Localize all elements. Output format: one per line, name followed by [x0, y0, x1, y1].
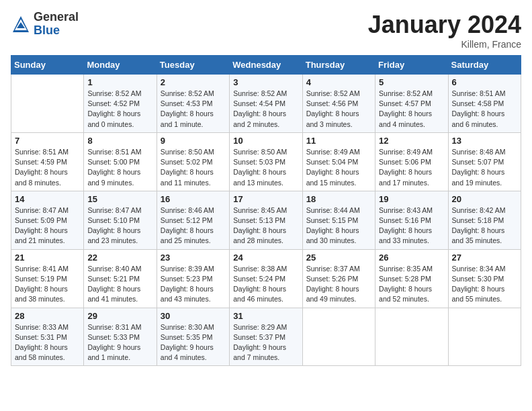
- day-info: Sunrise: 8:42 AM Sunset: 5:18 PM Dayligh…: [452, 205, 517, 246]
- day-cell: [11, 75, 84, 133]
- day-cell: 18Sunrise: 8:44 AM Sunset: 5:15 PM Dayli…: [302, 191, 375, 249]
- day-cell: 12Sunrise: 8:49 AM Sunset: 5:06 PM Dayli…: [375, 132, 448, 191]
- day-number: 6: [452, 77, 517, 87]
- day-number: 8: [87, 136, 152, 146]
- day-cell: 24Sunrise: 8:38 AM Sunset: 5:24 PM Dayli…: [230, 249, 302, 308]
- day-cell: 26Sunrise: 8:35 AM Sunset: 5:28 PM Dayli…: [375, 249, 448, 308]
- day-cell: 28Sunrise: 8:33 AM Sunset: 5:31 PM Dayli…: [11, 308, 84, 366]
- title-block: January 2024 Killem, France: [368, 11, 521, 50]
- day-cell: 5Sunrise: 8:52 AM Sunset: 4:57 PM Daylig…: [375, 75, 448, 133]
- day-info: Sunrise: 8:34 AM Sunset: 5:30 PM Dayligh…: [452, 264, 517, 305]
- page-header: General Blue January 2024 Killem, France: [11, 11, 521, 50]
- day-cell: 30Sunrise: 8:30 AM Sunset: 5:35 PM Dayli…: [157, 308, 229, 366]
- day-cell: 16Sunrise: 8:46 AM Sunset: 5:12 PM Dayli…: [157, 191, 229, 249]
- day-info: Sunrise: 8:30 AM Sunset: 5:35 PM Dayligh…: [161, 322, 226, 363]
- day-info: Sunrise: 8:52 AM Sunset: 4:57 PM Dayligh…: [379, 89, 444, 130]
- day-number: 10: [233, 136, 298, 146]
- day-number: 24: [233, 253, 298, 263]
- calendar-header: SundayMondayTuesdayWednesdayThursdayFrid…: [11, 56, 521, 75]
- day-number: 15: [87, 194, 152, 204]
- day-info: Sunrise: 8:40 AM Sunset: 5:21 PM Dayligh…: [87, 264, 152, 305]
- day-info: Sunrise: 8:45 AM Sunset: 5:13 PM Dayligh…: [233, 205, 298, 246]
- day-number: 7: [15, 136, 80, 146]
- day-info: Sunrise: 8:50 AM Sunset: 5:02 PM Dayligh…: [161, 147, 226, 188]
- day-cell: 14Sunrise: 8:47 AM Sunset: 5:09 PM Dayli…: [11, 191, 84, 249]
- day-info: Sunrise: 8:47 AM Sunset: 5:09 PM Dayligh…: [15, 205, 80, 246]
- day-info: Sunrise: 8:49 AM Sunset: 5:04 PM Dayligh…: [306, 147, 371, 188]
- day-number: 28: [15, 311, 80, 321]
- day-cell: 25Sunrise: 8:37 AM Sunset: 5:26 PM Dayli…: [302, 249, 375, 308]
- day-cell: 27Sunrise: 8:34 AM Sunset: 5:30 PM Dayli…: [448, 249, 521, 308]
- day-number: 9: [161, 136, 226, 146]
- day-number: 19: [379, 194, 444, 204]
- day-cell: 8Sunrise: 8:51 AM Sunset: 5:00 PM Daylig…: [84, 132, 157, 191]
- day-number: 27: [452, 253, 517, 263]
- day-cell: 13Sunrise: 8:48 AM Sunset: 5:07 PM Dayli…: [448, 132, 521, 191]
- day-number: 26: [379, 253, 444, 263]
- day-number: 5: [379, 77, 444, 87]
- day-cell: 7Sunrise: 8:51 AM Sunset: 4:59 PM Daylig…: [11, 132, 84, 191]
- day-cell: 6Sunrise: 8:51 AM Sunset: 4:58 PM Daylig…: [448, 75, 521, 133]
- day-info: Sunrise: 8:51 AM Sunset: 4:59 PM Dayligh…: [15, 147, 80, 188]
- day-info: Sunrise: 8:51 AM Sunset: 4:58 PM Dayligh…: [452, 89, 517, 130]
- week-row-2: 7Sunrise: 8:51 AM Sunset: 4:59 PM Daylig…: [11, 132, 521, 191]
- day-info: Sunrise: 8:31 AM Sunset: 5:33 PM Dayligh…: [87, 322, 152, 363]
- day-info: Sunrise: 8:35 AM Sunset: 5:28 PM Dayligh…: [379, 264, 444, 305]
- day-info: Sunrise: 8:47 AM Sunset: 5:10 PM Dayligh…: [87, 205, 152, 246]
- month-title: January 2024: [368, 11, 521, 39]
- day-cell: 20Sunrise: 8:42 AM Sunset: 5:18 PM Dayli…: [448, 191, 521, 249]
- day-info: Sunrise: 8:37 AM Sunset: 5:26 PM Dayligh…: [306, 264, 371, 305]
- day-number: 4: [306, 77, 371, 87]
- day-info: Sunrise: 8:52 AM Sunset: 4:52 PM Dayligh…: [87, 89, 152, 130]
- day-number: 30: [161, 311, 226, 321]
- column-header-tuesday: Tuesday: [157, 56, 229, 75]
- week-row-4: 21Sunrise: 8:41 AM Sunset: 5:19 PM Dayli…: [11, 249, 521, 308]
- day-number: 20: [452, 194, 517, 204]
- day-info: Sunrise: 8:43 AM Sunset: 5:16 PM Dayligh…: [379, 205, 444, 246]
- calendar-table: SundayMondayTuesdayWednesdayThursdayFrid…: [11, 55, 521, 366]
- day-cell: 3Sunrise: 8:52 AM Sunset: 4:54 PM Daylig…: [230, 75, 302, 133]
- day-number: 23: [161, 253, 226, 263]
- day-cell: 29Sunrise: 8:31 AM Sunset: 5:33 PM Dayli…: [84, 308, 157, 366]
- day-cell: 21Sunrise: 8:41 AM Sunset: 5:19 PM Dayli…: [11, 249, 84, 308]
- day-number: 14: [15, 194, 80, 204]
- day-number: 1: [87, 77, 152, 87]
- day-info: Sunrise: 8:52 AM Sunset: 4:54 PM Dayligh…: [233, 89, 298, 130]
- day-info: Sunrise: 8:38 AM Sunset: 5:24 PM Dayligh…: [233, 264, 298, 305]
- day-cell: 10Sunrise: 8:50 AM Sunset: 5:03 PM Dayli…: [230, 132, 302, 191]
- day-number: 3: [233, 77, 298, 87]
- day-number: 22: [87, 253, 152, 263]
- column-header-sunday: Sunday: [11, 56, 84, 75]
- day-number: 25: [306, 253, 371, 263]
- day-info: Sunrise: 8:50 AM Sunset: 5:03 PM Dayligh…: [233, 147, 298, 188]
- day-number: 17: [233, 194, 298, 204]
- column-header-thursday: Thursday: [302, 56, 375, 75]
- day-info: Sunrise: 8:46 AM Sunset: 5:12 PM Dayligh…: [161, 205, 226, 246]
- day-info: Sunrise: 8:44 AM Sunset: 5:15 PM Dayligh…: [306, 205, 371, 246]
- day-cell: 31Sunrise: 8:29 AM Sunset: 5:37 PM Dayli…: [230, 308, 302, 366]
- day-info: Sunrise: 8:52 AM Sunset: 4:56 PM Dayligh…: [306, 89, 371, 130]
- day-number: 18: [306, 194, 371, 204]
- day-cell: 19Sunrise: 8:43 AM Sunset: 5:16 PM Dayli…: [375, 191, 448, 249]
- day-cell: 9Sunrise: 8:50 AM Sunset: 5:02 PM Daylig…: [157, 132, 229, 191]
- day-info: Sunrise: 8:33 AM Sunset: 5:31 PM Dayligh…: [15, 322, 80, 363]
- day-cell: 11Sunrise: 8:49 AM Sunset: 5:04 PM Dayli…: [302, 132, 375, 191]
- week-row-1: 1Sunrise: 8:52 AM Sunset: 4:52 PM Daylig…: [11, 75, 521, 133]
- day-info: Sunrise: 8:52 AM Sunset: 4:53 PM Dayligh…: [161, 89, 226, 130]
- logo-blue: Blue: [34, 24, 79, 38]
- day-info: Sunrise: 8:29 AM Sunset: 5:37 PM Dayligh…: [233, 322, 298, 363]
- logo-general: General: [34, 11, 79, 24]
- column-header-saturday: Saturday: [448, 56, 521, 75]
- header-row: SundayMondayTuesdayWednesdayThursdayFrid…: [11, 56, 521, 75]
- logo: General Blue: [11, 11, 79, 38]
- day-cell: 4Sunrise: 8:52 AM Sunset: 4:56 PM Daylig…: [302, 75, 375, 133]
- week-row-5: 28Sunrise: 8:33 AM Sunset: 5:31 PM Dayli…: [11, 308, 521, 366]
- day-number: 11: [306, 136, 371, 146]
- week-row-3: 14Sunrise: 8:47 AM Sunset: 5:09 PM Dayli…: [11, 191, 521, 249]
- day-cell: 1Sunrise: 8:52 AM Sunset: 4:52 PM Daylig…: [84, 75, 157, 133]
- column-header-monday: Monday: [84, 56, 157, 75]
- day-number: 21: [15, 253, 80, 263]
- day-info: Sunrise: 8:51 AM Sunset: 5:00 PM Dayligh…: [87, 147, 152, 188]
- calendar-body: 1Sunrise: 8:52 AM Sunset: 4:52 PM Daylig…: [11, 75, 521, 366]
- day-cell: 23Sunrise: 8:39 AM Sunset: 5:23 PM Dayli…: [157, 249, 229, 308]
